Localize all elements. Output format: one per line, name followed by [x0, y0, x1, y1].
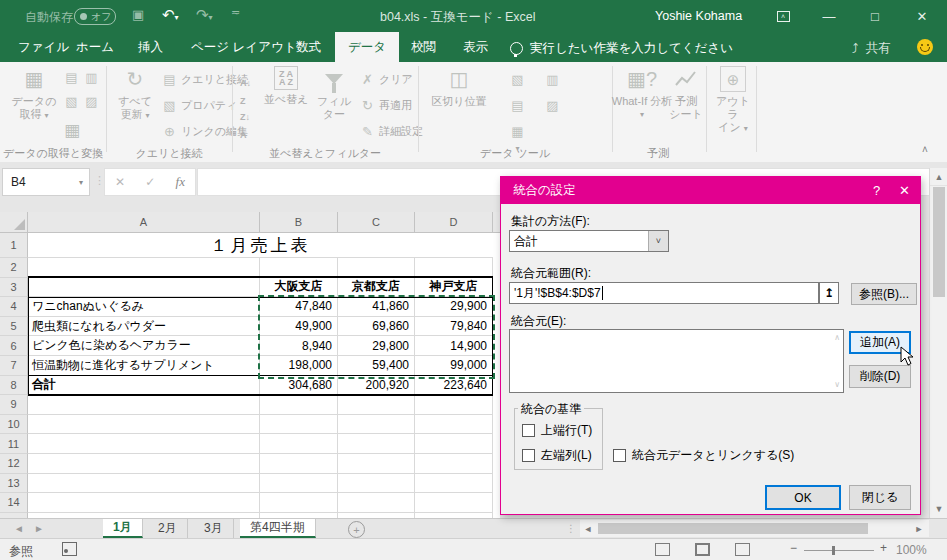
cell-value[interactable]: 14,900	[415, 336, 493, 356]
insert-function-icon[interactable]: fx	[176, 174, 185, 190]
cell[interactable]	[338, 258, 415, 278]
cell[interactable]	[28, 258, 260, 278]
row-header[interactable]: 13	[0, 474, 28, 494]
sheet-nav-right-icon[interactable]: ►	[34, 523, 44, 534]
minimize-button[interactable]: —	[812, 3, 846, 29]
cell[interactable]	[415, 415, 493, 435]
remove-duplicates-icon[interactable]: ▥	[545, 72, 560, 87]
sort-button[interactable]: Z AA Z 並べ替え	[262, 66, 310, 106]
horizontal-scroll-thumb[interactable]	[598, 523, 868, 534]
column-header-d[interactable]: D	[415, 212, 493, 233]
undo-icon[interactable]: ↶▾	[162, 6, 179, 24]
close-dialog-button[interactable]: 閉じる	[849, 485, 911, 510]
row-header[interactable]: 9	[0, 395, 28, 415]
flash-fill-icon[interactable]: ▧	[510, 72, 525, 87]
cell-value[interactable]: 8,940	[260, 336, 338, 356]
advanced-filter-button[interactable]: ✎詳細設定	[360, 124, 423, 139]
cell-value[interactable]: 99,000	[415, 356, 493, 376]
reapply-button[interactable]: ↻再適用	[360, 98, 412, 113]
save-icon[interactable]: ▣	[132, 7, 144, 22]
cell-branch-kyoto[interactable]: 京都支店	[338, 278, 415, 298]
refresh-all-button[interactable]: ↻ すべて 更新 ▾	[112, 66, 158, 122]
vertical-scroll-thumb[interactable]	[933, 187, 945, 297]
cell[interactable]	[415, 454, 493, 474]
existing-connections-icon[interactable]: ▧	[64, 94, 79, 109]
filter-button[interactable]: フィルター	[312, 66, 356, 121]
forecast-sheet-button[interactable]: 予測 シート	[668, 66, 704, 121]
cell-value[interactable]: 29,800	[338, 336, 415, 356]
scroll-right-icon[interactable]: ►	[911, 520, 927, 537]
enter-entry-icon[interactable]: ✓	[145, 175, 155, 189]
cell-value[interactable]: 198,000	[260, 356, 338, 376]
cell[interactable]	[260, 474, 338, 494]
customize-qat-icon[interactable]: ≂	[231, 6, 240, 19]
new-sheet-icon[interactable]: +	[348, 521, 365, 538]
collapse-dialog-icon[interactable]: ↥	[819, 282, 839, 304]
cancel-entry-icon[interactable]: ✕	[115, 175, 125, 189]
dialog-title-bar[interactable]: 統合の設定 ? ✕	[501, 177, 920, 204]
cell-value[interactable]: 47,840	[260, 297, 338, 317]
cell[interactable]	[28, 493, 260, 513]
cell[interactable]	[338, 474, 415, 494]
cell-title[interactable]: １月売上表	[28, 233, 493, 258]
cell[interactable]	[415, 434, 493, 454]
tab-review[interactable]: 校閲	[398, 32, 449, 62]
row-header[interactable]: 8	[0, 376, 28, 396]
cell-item-label[interactable]: ワニchanぬいぐるみ	[28, 297, 260, 317]
cell-total-value[interactable]: 304,680	[260, 376, 338, 396]
cell-item-label[interactable]: ピンク色に染めるヘアカラー	[28, 336, 260, 356]
column-header-c[interactable]: C	[338, 212, 415, 233]
row-header[interactable]: 3	[0, 278, 28, 298]
range-input[interactable]: '1月'!$B$4:$D$7	[509, 282, 819, 304]
zoom-level[interactable]: 100%	[896, 543, 927, 557]
tab-splitter-handle[interactable]: ⋮	[566, 523, 577, 534]
normal-view-icon[interactable]	[655, 543, 670, 556]
sheet-tab-jan[interactable]: 1月	[103, 519, 143, 538]
cell-total-value[interactable]: 200,920	[338, 376, 415, 396]
smiley-icon[interactable]	[917, 39, 933, 55]
dialog-close-icon[interactable]: ✕	[899, 183, 910, 198]
dialog-help-icon[interactable]: ?	[873, 183, 880, 198]
row-header[interactable]: 5	[0, 317, 28, 337]
cell-value[interactable]: 59,400	[338, 356, 415, 376]
page-layout-view-icon[interactable]	[695, 543, 710, 556]
new-query-icon[interactable]: ▤	[64, 70, 79, 85]
sheet-tab-feb[interactable]: 2月	[148, 519, 188, 538]
cell[interactable]	[338, 415, 415, 435]
cell-value[interactable]: 41,860	[338, 297, 415, 317]
sheet-tab-q4[interactable]: 第4四半期	[240, 519, 316, 538]
cell[interactable]	[415, 258, 493, 278]
cell-total-label[interactable]: 合計	[28, 376, 260, 396]
add-button[interactable]: 追加(A)	[849, 331, 911, 354]
cell[interactable]	[260, 415, 338, 435]
share-button[interactable]: ⤴ 共有	[852, 40, 891, 57]
tell-me-box[interactable]: 実行したい作業を入力してください	[510, 40, 733, 57]
browse-button[interactable]: 参照(B)...	[851, 283, 917, 305]
column-header-a[interactable]: A	[28, 212, 260, 233]
listbox-scroll-down-icon[interactable]: ∨	[834, 380, 840, 389]
from-text-icon[interactable]: ▨	[84, 94, 99, 109]
properties-button[interactable]: ▧プロパティ	[162, 98, 237, 113]
tab-view[interactable]: 表示	[450, 32, 501, 62]
cell[interactable]	[260, 258, 338, 278]
function-combobox[interactable]: 合計 ˅	[509, 230, 669, 252]
cell-value[interactable]: 69,860	[338, 317, 415, 337]
row-header[interactable]: 14	[0, 493, 28, 513]
zoom-slider-thumb[interactable]	[832, 546, 835, 555]
tab-home[interactable]: ホーム	[63, 32, 127, 62]
cell[interactable]	[28, 415, 260, 435]
delete-button[interactable]: 削除(D)	[849, 365, 911, 388]
ok-button[interactable]: OK	[765, 485, 841, 510]
page-break-view-icon[interactable]	[735, 543, 750, 556]
tab-formulas[interactable]: 数式	[283, 32, 334, 62]
horizontal-scrollbar[interactable]: ◄ ►	[580, 520, 929, 537]
vertical-scrollbar[interactable]: ▲ ▼	[929, 168, 947, 518]
cell-value[interactable]: 79,840	[415, 317, 493, 337]
cell[interactable]	[415, 395, 493, 415]
scroll-up-icon[interactable]: ▲	[930, 168, 947, 186]
cell[interactable]	[338, 454, 415, 474]
scroll-left-icon[interactable]: ◄	[580, 520, 596, 537]
cell[interactable]	[260, 434, 338, 454]
column-header-b[interactable]: B	[260, 212, 338, 233]
cell[interactable]	[260, 454, 338, 474]
